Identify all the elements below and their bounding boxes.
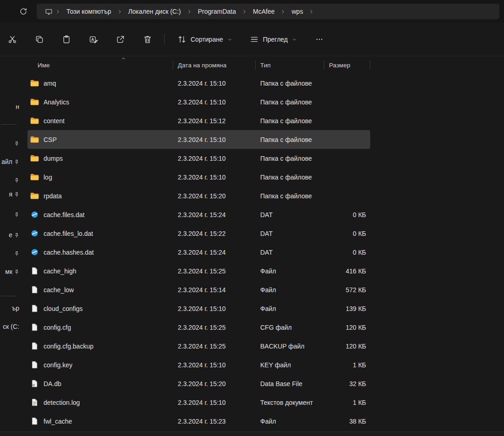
file-date: 2.3.2024 г. 15:25 <box>173 267 256 275</box>
sidebar-item-label: ск (C: <box>3 323 19 330</box>
sidebar-item[interactable] <box>0 139 19 147</box>
sidebar-item[interactable]: е <box>0 231 19 239</box>
sidebar-item[interactable]: н <box>0 103 19 111</box>
file-row[interactable]: dumps 2.3.2024 г. 15:10 Папка с файлове <box>27 149 370 168</box>
chevron-right-icon[interactable] <box>55 9 61 15</box>
chevron-right-icon[interactable] <box>308 9 314 15</box>
file-row[interactable]: config.cfg.backup 2.3.2024 г. 15:25 BACK… <box>27 337 370 355</box>
breadcrumb-item[interactable]: ProgramData <box>193 5 241 17</box>
pin-icon <box>14 141 19 146</box>
rename-icon <box>89 35 98 44</box>
log-icon <box>30 398 39 407</box>
file-explorer-window: Този компютър Локален диск (C:) ProgramD… <box>0 0 504 436</box>
copy-icon <box>35 35 44 44</box>
file-date: 2.3.2024 г. 15:10 <box>173 305 256 312</box>
delete-button[interactable] <box>137 30 158 49</box>
scissors-icon <box>8 35 17 44</box>
breadcrumb-item[interactable]: McAfee <box>248 5 279 17</box>
chevron-right-icon[interactable] <box>117 9 123 15</box>
column-header-type-label: Тип <box>260 62 271 69</box>
file-row[interactable]: cache.hashes.dat 2.3.2024 г. 15:24 DAT 0… <box>27 243 370 262</box>
file-name-cell: cache_high <box>27 266 173 276</box>
file-row[interactable]: cache.files_lo.dat 2.3.2024 г. 15:22 DAT… <box>27 224 370 243</box>
column-header-date-label: Дата на промяна <box>178 62 226 69</box>
file-icon <box>30 416 39 426</box>
file-row[interactable]: rpdata 2.3.2024 г. 15:20 Папка с файлове <box>27 186 370 205</box>
breadcrumb-item[interactable]: Локален диск (C:) <box>123 5 186 17</box>
file-size: 0 КБ <box>324 211 370 218</box>
sidebar-item-label: айл <box>1 158 12 165</box>
column-headers: Име Дата на промяна Тип Размер <box>27 56 504 74</box>
more-options-button[interactable] <box>310 30 329 49</box>
column-header-name[interactable]: Име <box>27 56 173 74</box>
sidebar-item[interactable]: ск (C: <box>0 322 19 331</box>
sidebar-item-label: ър <box>11 305 19 312</box>
breadcrumb-item[interactable]: Този компютър <box>61 5 116 17</box>
file-date: 2.3.2024 г. 15:10 <box>173 98 256 106</box>
cut-button[interactable] <box>2 30 23 49</box>
file-row[interactable]: config.cfg 2.3.2024 г. 15:25 CFG файл 12… <box>27 318 370 337</box>
paste-button[interactable] <box>56 30 77 49</box>
share-icon <box>116 35 125 44</box>
file-date: 2.3.2024 г. 15:10 <box>173 174 256 181</box>
file-row[interactable]: cache_low 2.3.2024 г. 15:14 Файл 572 КБ <box>27 280 370 299</box>
chevron-right-icon[interactable] <box>186 9 192 15</box>
file-row[interactable]: detection.log 2.3.2024 г. 15:10 Текстов … <box>27 393 370 412</box>
file-type: DAT <box>256 211 324 218</box>
file-name-cell: config.key <box>27 360 173 370</box>
file-row[interactable]: CSP 2.3.2024 г. 15:10 Папка с файлове <box>27 130 370 149</box>
file-type: BACKUP файл <box>256 343 324 350</box>
refresh-button[interactable] <box>16 4 31 19</box>
folder-icon <box>30 116 39 125</box>
breadcrumb-item[interactable]: wps <box>286 5 308 17</box>
file-name-cell: amq <box>27 78 173 88</box>
file-row[interactable]: cloud_configs 2.3.2024 г. 15:10 Файл 139… <box>27 299 370 318</box>
sidebar-item[interactable] <box>0 210 19 218</box>
sort-menu-button[interactable]: Сортиране <box>171 30 239 49</box>
address-bar[interactable]: Този компютър Локален диск (C:) ProgramD… <box>37 4 499 19</box>
file-row[interactable]: cache.files.dat 2.3.2024 г. 15:24 DAT 0 … <box>27 205 370 224</box>
copy-button[interactable] <box>29 30 50 49</box>
rename-button[interactable] <box>83 30 104 49</box>
dat-icon <box>30 210 39 219</box>
refresh-icon <box>19 7 27 16</box>
file-row[interactable]: cache_high 2.3.2024 г. 15:25 Файл 416 КБ <box>27 262 370 280</box>
file-icon <box>30 341 39 351</box>
file-row[interactable]: Analytics 2.3.2024 г. 15:10 Папка с файл… <box>27 93 370 111</box>
trash-icon <box>143 35 152 44</box>
file-name: cache.hashes.dat <box>44 249 94 256</box>
sidebar-item[interactable]: ър <box>0 304 19 312</box>
sidebar-item[interactable]: я <box>0 190 19 198</box>
file-name-cell: rpdata <box>27 191 173 201</box>
file-type: Папка с файлове <box>256 117 324 125</box>
sidebar-item[interactable] <box>0 249 19 257</box>
file-size: 572 КБ <box>324 286 370 294</box>
file-row[interactable]: DA.db 2.3.2024 г. 15:20 Data Base File 3… <box>27 374 370 393</box>
this-pc-icon <box>45 8 53 16</box>
file-type: Текстов документ <box>256 399 324 406</box>
sidebar-item[interactable] <box>0 176 19 184</box>
file-row[interactable]: log 2.3.2024 г. 15:10 Папка с файлове <box>27 168 370 186</box>
file-row[interactable]: content 2.3.2024 г. 15:12 Папка с файлов… <box>27 111 370 130</box>
column-header-type[interactable]: Тип <box>256 56 324 74</box>
share-button[interactable] <box>110 30 131 49</box>
file-list-pane: Име Дата на промяна Тип Размер amq 2.3.2… <box>26 56 504 432</box>
file-row[interactable]: config.key 2.3.2024 г. 15:10 KEY файл 1 … <box>27 355 370 374</box>
file-type: Файл <box>256 418 324 425</box>
file-row[interactable]: fwl_cache 2.3.2024 г. 15:23 Файл 38 КБ <box>27 412 370 431</box>
chevron-right-icon[interactable] <box>241 9 247 15</box>
column-header-date[interactable]: Дата на промяна <box>173 56 256 74</box>
file-row[interactable]: amq 2.3.2024 г. 15:10 Папка с файлове <box>27 74 370 93</box>
file-size: 120 КБ <box>324 324 370 331</box>
file-name: fwl_cache <box>44 418 72 425</box>
chevron-right-icon[interactable] <box>280 9 286 15</box>
file-name-cell: log <box>27 172 173 182</box>
file-date: 2.3.2024 г. 15:20 <box>173 192 256 200</box>
view-menu-button[interactable]: Преглед <box>243 30 303 49</box>
sidebar-item[interactable]: мк <box>0 267 19 276</box>
file-size: 0 КБ <box>324 249 370 256</box>
folder-icon <box>30 78 39 88</box>
file-name-cell: cache.files_lo.dat <box>27 229 173 238</box>
sidebar-item[interactable]: айл <box>0 158 19 166</box>
column-header-size[interactable]: Размер <box>324 56 370 74</box>
